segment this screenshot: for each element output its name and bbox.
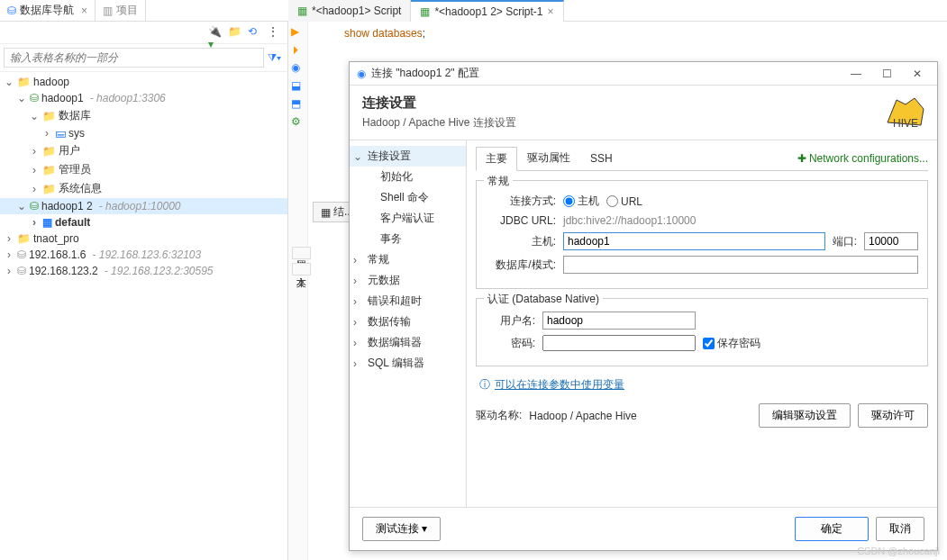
tree-item[interactable]: ›📁管理员 <box>0 160 287 179</box>
nav-item[interactable]: ⌄连接设置 <box>350 146 466 167</box>
folder-icon[interactable]: 📁 <box>228 25 242 40</box>
expand-icon[interactable]: › <box>4 248 14 261</box>
editor-tab-script2[interactable]: ▦ *<hadoop1 2> Script-1 × <box>411 0 563 22</box>
tree-item[interactable]: ›📁系统信息 <box>0 179 287 198</box>
edit-driver-button[interactable]: 编辑驱动设置 <box>759 403 851 428</box>
expand-icon[interactable]: › <box>29 183 40 195</box>
tree-item[interactable]: ›🖴sys <box>0 125 287 141</box>
nav-item[interactable]: ›数据编辑器 <box>350 332 466 353</box>
nav-label: 元数据 <box>368 273 400 288</box>
folder-icon: 📁 <box>42 183 56 195</box>
expand-icon[interactable]: › <box>353 337 357 349</box>
expand-icon[interactable]: › <box>29 145 40 158</box>
run-script-icon[interactable]: ⏵ <box>291 43 305 58</box>
tree-item[interactable]: ⌄⛁hadoop1- hadoop1:3306 <box>0 90 287 106</box>
nav-label: 数据传输 <box>368 314 411 330</box>
funnel-icon[interactable]: ⧩▾ <box>268 51 281 64</box>
expand-icon[interactable]: › <box>353 316 357 329</box>
explain-icon[interactable]: ◉ <box>291 61 305 76</box>
close-icon[interactable]: × <box>548 5 554 18</box>
nav-item[interactable]: 客户端认证 <box>350 208 466 229</box>
expand-icon[interactable]: › <box>41 127 52 140</box>
settings-icon[interactable]: ⚙ <box>291 115 305 130</box>
text-mode-btn[interactable]: 文本 <box>292 263 311 275</box>
expand-icon[interactable]: › <box>353 275 357 287</box>
tree-item[interactable]: ⌄⛁hadoop1 2- hadoop1:10000 <box>0 198 287 214</box>
expand-icon[interactable]: › <box>353 254 357 266</box>
radio-host[interactable]: 主机 <box>563 194 599 209</box>
dialog-header-subtitle: Hadoop / Apache Hive 连接设置 <box>362 115 516 131</box>
nav-item[interactable]: ›数据传输 <box>350 312 466 332</box>
nav-item[interactable]: Shell 命令 <box>350 187 466 208</box>
tab-project[interactable]: ▥ 项目 <box>96 0 146 22</box>
maximize-icon[interactable]: ☐ <box>874 68 899 80</box>
expand-icon[interactable]: › <box>29 164 40 176</box>
pass-input[interactable] <box>542 335 696 351</box>
nav-item[interactable]: ›错误和超时 <box>350 291 466 312</box>
tree-hint: - hadoop1:10000 <box>99 200 181 212</box>
expand-icon[interactable]: › <box>353 357 357 370</box>
variables-link[interactable]: ⓘ 可以在连接参数中使用变量 <box>479 377 928 393</box>
sql-editor[interactable]: show databases; <box>308 22 947 49</box>
host-input[interactable] <box>563 232 825 250</box>
nav-item[interactable]: 初始化 <box>350 167 466 187</box>
folder-icon: 📁 <box>42 164 56 176</box>
expand-icon[interactable]: ⌄ <box>16 200 27 212</box>
expand-icon[interactable]: › <box>353 295 357 308</box>
tree-item[interactable]: ›▦default <box>0 214 287 230</box>
cancel-button[interactable]: 取消 <box>876 517 924 541</box>
close-icon[interactable]: × <box>81 5 87 17</box>
tree-item[interactable]: ›📁tnaot_pro <box>0 230 287 247</box>
expand-icon[interactable]: ⌄ <box>29 110 40 122</box>
nav-item[interactable]: 事务 <box>350 229 466 249</box>
run-icon[interactable]: ▶ <box>291 25 305 40</box>
tab-main[interactable]: 主要 <box>476 147 517 171</box>
save-pass-check[interactable]: 保存密码 <box>703 336 760 351</box>
driver-license-button[interactable]: 驱动许可 <box>858 403 928 428</box>
db-gray-icon: ⛁ <box>17 265 26 277</box>
tree-item[interactable]: ›⛁192.168.1.6- 192.168.123.6:32103 <box>0 247 287 263</box>
menu-icon[interactable]: ⋮ <box>268 25 282 40</box>
expand-icon[interactable]: ⌄ <box>353 150 362 163</box>
driver-value: Hadoop / Apache Hive <box>529 410 636 422</box>
nav-item[interactable]: ›常规 <box>350 249 466 270</box>
dialog-header: 连接设置 Hadoop / Apache Hive 连接设置 HIVE <box>350 86 937 140</box>
expand-icon[interactable]: › <box>29 216 40 229</box>
expand-icon[interactable]: ⌄ <box>4 76 14 88</box>
expand-icon[interactable]: › <box>4 232 14 245</box>
dbeaver-icon: ◉ <box>357 68 366 80</box>
test-connection-button[interactable]: 测试连接 ▾ <box>362 517 441 541</box>
network-config-link[interactable]: ✚Network configurations... <box>797 152 928 165</box>
editor-tab-script1[interactable]: ▦ *<hadoop1> Script <box>288 0 411 22</box>
filter-input[interactable] <box>4 48 264 68</box>
tab-db-nav[interactable]: ⛁ 数据库导航 × <box>0 0 96 22</box>
tab-driver-props[interactable]: 驱动属性 <box>517 146 580 170</box>
close-icon[interactable]: ✕ <box>905 68 930 80</box>
refresh-icon[interactable]: ⟲ <box>248 25 262 40</box>
plug-icon[interactable]: 🔌▾ <box>208 25 223 40</box>
commit-icon[interactable]: ⬓ <box>291 79 305 94</box>
legend: 认证 (Database Native) <box>484 292 603 307</box>
tab-label: 数据库导航 <box>20 3 74 18</box>
dialog-titlebar[interactable]: ◉ 连接 "hadoop1 2" 配置 — ☐ ✕ <box>350 62 937 86</box>
keyword: show databases <box>344 27 423 40</box>
tab-label: 项目 <box>116 3 138 18</box>
tree-item[interactable]: ⌄📁hadoop <box>0 74 287 90</box>
nav-item[interactable]: ›SQL 编辑器 <box>350 353 466 374</box>
tree-hint: - 192.168.123.6:32103 <box>92 248 201 261</box>
ok-button[interactable]: 确定 <box>795 517 869 541</box>
port-input[interactable] <box>864 232 918 250</box>
db-input[interactable] <box>563 256 918 274</box>
minimize-icon[interactable]: — <box>843 68 869 80</box>
tree-item[interactable]: ›📁用户 <box>0 141 287 160</box>
user-input[interactable] <box>542 312 696 330</box>
rollback-icon[interactable]: ⬒ <box>291 97 305 112</box>
expand-icon[interactable]: ⌄ <box>16 92 27 104</box>
expand-icon[interactable]: › <box>4 265 14 277</box>
tree-item[interactable]: ›⛁192.168.123.2- 192.168.123.2:30595 <box>0 263 287 279</box>
grid-mode-btn[interactable]: 网格 <box>292 247 311 259</box>
tab-ssh[interactable]: SSH <box>580 148 623 169</box>
tree-item[interactable]: ⌄📁数据库 <box>0 106 287 125</box>
radio-url[interactable]: URL <box>606 195 642 208</box>
nav-item[interactable]: ›元数据 <box>350 270 466 291</box>
